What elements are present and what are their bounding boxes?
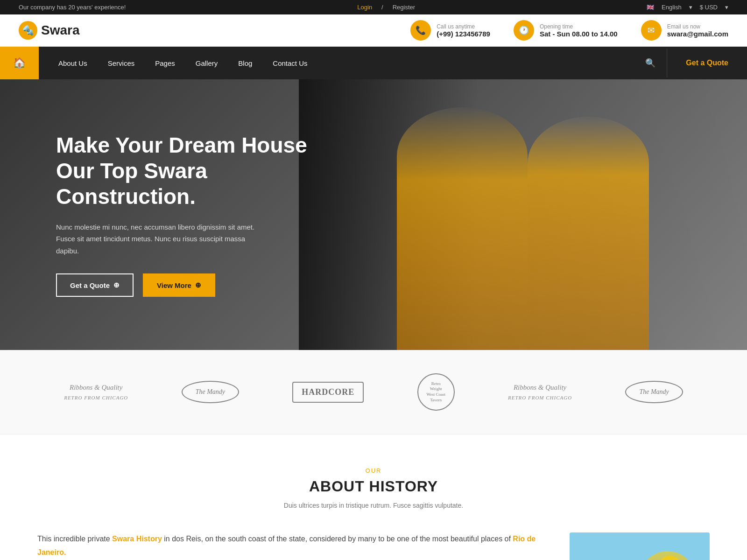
email-info: ✉ Email us now swara@gmail.com bbox=[641, 20, 728, 41]
phone-number: (+99) 123456789 bbox=[437, 30, 490, 38]
about-section-label: OUR bbox=[37, 467, 710, 474]
nav-search-button[interactable]: 🔍 bbox=[634, 58, 667, 68]
logo-name: Swara bbox=[41, 23, 80, 38]
about-body: This incredible private Swara History in… bbox=[37, 532, 710, 560]
language-selector[interactable]: English bbox=[662, 4, 682, 11]
hero-section: Make Your Dream House Our Top Swara Cons… bbox=[0, 79, 747, 350]
quote-button-icon: ⊕ bbox=[113, 281, 120, 289]
header-info: 📞 Call us anytime (+99) 123456789 🕐 Open… bbox=[410, 20, 728, 41]
partner-3[interactable]: HARDCORE bbox=[292, 382, 364, 403]
partners-strip: Ribbons & Quality Retro from Chicago The… bbox=[0, 350, 747, 434]
about-section: OUR ABOUT HISTORY Duis ultrices turpis i… bbox=[0, 434, 747, 560]
phone-label: Call us anytime bbox=[437, 23, 490, 30]
about-text-1: This incredible private bbox=[37, 535, 112, 543]
quote-button-label: Get a Quote bbox=[70, 281, 110, 289]
phone-icon: 📞 bbox=[410, 20, 431, 41]
home-icon: 🏠 bbox=[13, 57, 26, 69]
nav-about[interactable]: About Us bbox=[48, 49, 98, 77]
nav-blog[interactable]: Blog bbox=[228, 49, 262, 77]
partner-6[interactable]: The Mandy bbox=[625, 381, 683, 403]
flag-icon: 🇬🇧 bbox=[647, 4, 654, 11]
nav-home-button[interactable]: 🏠 bbox=[0, 47, 39, 79]
navbar: 🏠 About Us Services Pages Gallery Blog C… bbox=[0, 47, 747, 79]
about-section-title: ABOUT HISTORY bbox=[37, 478, 710, 495]
hours-text: Opening time Sat - Sun 08.00 to 14.00 bbox=[540, 23, 618, 38]
partner-2[interactable]: The Mandy bbox=[182, 381, 239, 403]
hero-description: Nunc molestie mi nunc, nec accumsan libe… bbox=[56, 221, 261, 257]
more-button-icon: ⊕ bbox=[195, 281, 201, 289]
email-label: Email us now bbox=[667, 23, 728, 30]
more-button-label: View More bbox=[157, 281, 191, 289]
about-text-2: in dos Reis, on the south coast of the s… bbox=[162, 535, 513, 543]
email-value: swara@gmail.com bbox=[667, 30, 728, 38]
nav-pages[interactable]: Pages bbox=[145, 49, 185, 77]
nav-contact[interactable]: Contact Us bbox=[262, 49, 317, 77]
worker2-shape bbox=[528, 117, 649, 350]
auth-links: Login / Register bbox=[357, 4, 415, 11]
about-text: This incredible private Swara History in… bbox=[37, 532, 551, 560]
header: 🔩 Swara 📞 Call us anytime (+99) 12345678… bbox=[0, 14, 747, 47]
language-chevron: ▾ bbox=[689, 4, 692, 11]
experience-text: Our company has 20 years' experience! bbox=[19, 4, 126, 11]
hero-buttons: Get a Quote ⊕ View More ⊕ bbox=[56, 273, 317, 297]
worker1-shape bbox=[397, 107, 528, 350]
nav-services[interactable]: Services bbox=[98, 49, 145, 77]
nav-get-quote-button[interactable]: Get a Quote bbox=[667, 49, 747, 77]
nav-gallery[interactable]: Gallery bbox=[185, 49, 228, 77]
phone-info: 📞 Call us anytime (+99) 123456789 bbox=[410, 20, 490, 41]
top-bar: Our company has 20 years' experience! Lo… bbox=[0, 0, 747, 14]
hero-content: Make Your Dream House Our Top Swara Cons… bbox=[0, 133, 317, 297]
login-link[interactable]: Login bbox=[357, 4, 372, 11]
hours-value: Sat - Sun 08.00 to 14.00 bbox=[540, 30, 618, 38]
phone-text: Call us anytime (+99) 123456789 bbox=[437, 23, 490, 38]
email-text: Email us now swara@gmail.com bbox=[667, 23, 728, 38]
logo-icon: 🔩 bbox=[19, 21, 37, 40]
about-image bbox=[570, 532, 710, 560]
locale-controls: 🇬🇧 English ▾ $ USD ▾ bbox=[647, 4, 728, 11]
hours-info: 🕐 Opening time Sat - Sun 08.00 to 14.00 bbox=[514, 20, 618, 41]
search-icon: 🔍 bbox=[645, 58, 655, 68]
email-icon: ✉ bbox=[641, 20, 662, 41]
hours-label: Opening time bbox=[540, 23, 618, 30]
currency-selector[interactable]: $ USD bbox=[700, 4, 718, 11]
partner-4[interactable]: RetroWeightWest CoastTavern bbox=[417, 373, 455, 411]
auth-separator: / bbox=[381, 4, 383, 11]
register-link[interactable]: Register bbox=[393, 4, 415, 11]
hero-title: Make Your Dream House Our Top Swara Cons… bbox=[56, 133, 317, 210]
hero-workers-overlay bbox=[299, 79, 747, 350]
currency-chevron: ▾ bbox=[725, 4, 728, 11]
logo[interactable]: 🔩 Swara bbox=[19, 21, 80, 40]
partner-1[interactable]: Ribbons & Quality Retro from Chicago bbox=[64, 383, 128, 401]
hero-view-more-button[interactable]: View More ⊕ bbox=[143, 273, 215, 297]
about-section-desc: Duis ultrices turpis in tristique rutrum… bbox=[37, 502, 710, 509]
partner-5[interactable]: Ribbons & Quality Retro from Chicago bbox=[508, 383, 572, 401]
hero-get-quote-button[interactable]: Get a Quote ⊕ bbox=[56, 273, 134, 297]
about-image-worker bbox=[570, 532, 710, 560]
nav-links: About Us Services Pages Gallery Blog Con… bbox=[39, 49, 634, 77]
hours-icon: 🕐 bbox=[514, 20, 534, 41]
about-link-1[interactable]: Swara History bbox=[112, 535, 162, 543]
